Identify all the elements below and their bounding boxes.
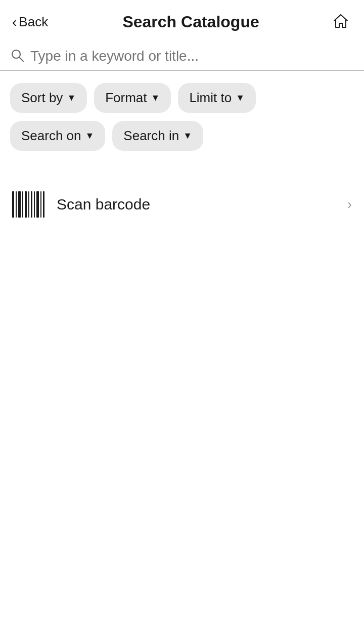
home-button[interactable] [330, 10, 352, 34]
search-on-button[interactable]: Search on ▼ [10, 121, 105, 151]
sort-by-dropdown-icon: ▼ [67, 93, 76, 103]
filter-row-2: Search on ▼ Search in ▼ [0, 119, 364, 157]
limit-to-dropdown-icon: ▼ [236, 93, 245, 103]
search-bar-container [0, 42, 364, 71]
search-icon [10, 48, 24, 64]
search-input[interactable] [30, 48, 354, 64]
format-label: Format [105, 90, 147, 106]
search-in-button[interactable]: Search in ▼ [112, 121, 203, 151]
back-label: Back [19, 14, 48, 30]
format-dropdown-icon: ▼ [151, 93, 160, 103]
scan-barcode-row[interactable]: Scan barcode › [0, 177, 364, 232]
search-in-label: Search in [123, 128, 179, 144]
svg-line-1 [20, 58, 24, 62]
sort-by-button[interactable]: Sort by ▼ [10, 83, 87, 113]
limit-to-button[interactable]: Limit to ▼ [178, 83, 256, 113]
home-icon [332, 24, 350, 32]
scan-barcode-chevron-icon: › [347, 196, 352, 213]
page-title: Search Catalogue [52, 13, 330, 31]
scan-barcode-left: Scan barcode [12, 191, 150, 218]
format-button[interactable]: Format ▼ [94, 83, 171, 113]
back-chevron-icon: ‹ [12, 15, 17, 29]
sort-by-label: Sort by [21, 90, 63, 106]
filter-row-1: Sort by ▼ Format ▼ Limit to ▼ [0, 73, 364, 119]
search-on-dropdown-icon: ▼ [85, 131, 95, 141]
barcode-icon [12, 191, 44, 218]
limit-to-label: Limit to [189, 90, 232, 106]
header: ‹ Back Search Catalogue [0, 0, 364, 42]
back-button[interactable]: ‹ Back [8, 12, 52, 32]
scan-barcode-label: Scan barcode [57, 196, 150, 213]
svg-point-0 [12, 50, 20, 58]
search-on-label: Search on [21, 128, 81, 144]
search-bar [10, 48, 354, 64]
search-in-dropdown-icon: ▼ [183, 131, 192, 141]
